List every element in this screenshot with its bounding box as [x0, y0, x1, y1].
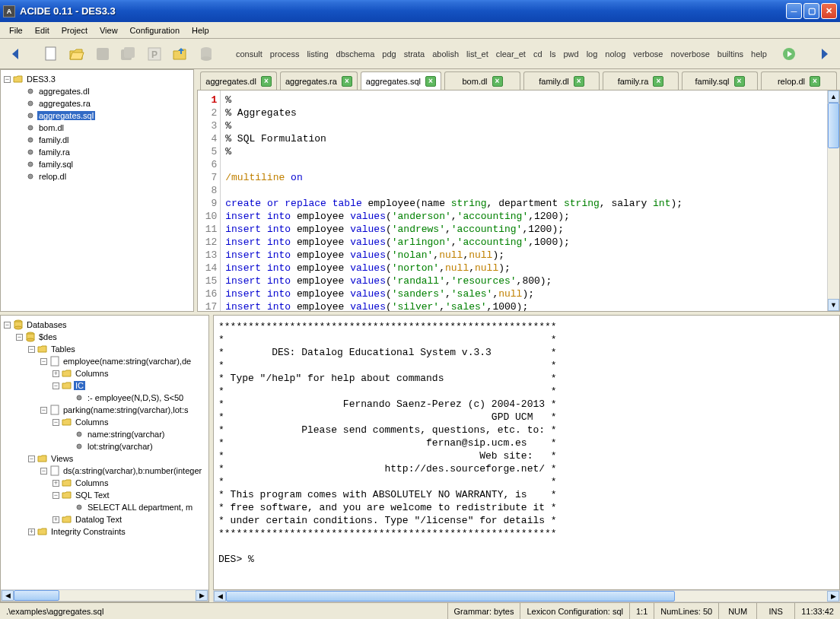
svg-rect-24 [51, 357, 59, 366]
project-button[interactable]: P [143, 43, 166, 65]
svg-point-27 [77, 432, 81, 436]
run-button[interactable] [778, 43, 800, 65]
menu-view[interactable]: View [94, 24, 124, 37]
cmd-pwd[interactable]: pwd [563, 49, 578, 59]
tab-label: aggregates.dl [205, 77, 256, 86]
svg-point-23 [27, 338, 34, 341]
tab-family-dl[interactable]: family.dl× [523, 71, 600, 90]
code-editor[interactable]: 1234567891011121314151617 %% Aggregates%… [197, 90, 840, 312]
tab-close-icon[interactable]: × [342, 76, 352, 87]
svg-rect-0 [46, 47, 56, 60]
svg-rect-26 [51, 405, 59, 414]
cmd-abolish[interactable]: abolish [432, 49, 459, 59]
menu-help[interactable]: Help [186, 24, 215, 37]
tab-label: family.ra [618, 77, 649, 86]
code-area[interactable]: %% Aggregates%% SQL Formulation% /multil… [221, 90, 839, 311]
svg-point-10 [28, 89, 33, 94]
status-time: 11:33:42 [794, 603, 840, 619]
new-file-button[interactable] [40, 43, 62, 65]
close-button[interactable]: ✕ [821, 3, 837, 19]
svg-rect-1 [97, 48, 109, 60]
cmd-dbschema[interactable]: dbschema [336, 49, 375, 59]
cmd-pdg[interactable]: pdg [382, 49, 396, 59]
tab-aggregates-ra[interactable]: aggregates.ra× [280, 71, 358, 90]
cmd-ls[interactable]: ls [550, 49, 556, 59]
cmd-builtins[interactable]: builtins [718, 49, 743, 59]
cmd-listing[interactable]: listing [307, 49, 328, 59]
cmd-noverbose[interactable]: noverbose [670, 49, 709, 59]
console-output[interactable]: ****************************************… [213, 315, 840, 590]
tab-label: aggregates.ra [285, 77, 337, 86]
svg-point-11 [28, 101, 33, 106]
save-button[interactable] [91, 43, 114, 65]
editor-tabs: aggregates.dl×aggregates.ra×aggregates.s… [197, 69, 840, 90]
status-lexicon: Lexicon Configuration: sql [520, 603, 629, 619]
console-hscroll[interactable]: ◀▶ [213, 590, 840, 602]
svg-point-20 [14, 326, 22, 329]
tab-aggregates-sql[interactable]: aggregates.sql× [361, 71, 441, 90]
tab-label: family.sql [695, 77, 729, 86]
tab-close-icon[interactable]: × [653, 76, 663, 87]
database-explorer[interactable]: −Databases−$des−Tables−employee(name:str… [0, 315, 209, 602]
svg-point-13 [28, 125, 33, 130]
menu-configuration[interactable]: Configuration [124, 24, 186, 37]
svg-point-8 [201, 56, 212, 61]
svg-point-30 [77, 505, 81, 509]
svg-point-14 [28, 138, 33, 142]
tab-label: family.dl [539, 77, 569, 86]
menubar: FileEditProjectViewConfigurationHelp [0, 22, 840, 39]
back-button[interactable] [5, 43, 27, 65]
export-button[interactable] [169, 43, 192, 65]
cmd-log[interactable]: log [587, 49, 598, 59]
minimize-button[interactable]: ─ [786, 3, 802, 19]
status-grammar: Grammar: bytes [447, 603, 520, 619]
open-file-button[interactable] [65, 43, 88, 65]
tab-label: relop.dl [778, 77, 805, 86]
tab-bom-dl[interactable]: bom.dl× [444, 71, 520, 90]
status-position: 1:1 [629, 603, 654, 619]
menu-project[interactable]: Project [56, 24, 94, 37]
cmd-help[interactable]: help [751, 49, 767, 59]
svg-point-25 [77, 395, 81, 400]
tab-family-sql[interactable]: family.sql× [682, 71, 758, 90]
project-explorer[interactable]: −DES3.3aggregates.dlaggregates.raaggrega… [0, 69, 194, 312]
status-path: .\examples\aggregates.sql [0, 607, 447, 616]
cmd-nolog[interactable]: nolog [605, 49, 625, 59]
tab-close-icon[interactable]: × [492, 76, 503, 87]
tab-label: aggregates.sql [366, 77, 421, 86]
status-ins: INS [756, 603, 794, 619]
tab-aggregates-dl[interactable]: aggregates.dl× [200, 71, 277, 90]
editor-vscroll[interactable]: ▲ ▼ [827, 90, 839, 311]
titlebar[interactable]: A ACIDE 0.11 - DES3.3 ─ ▢ ✕ [0, 0, 840, 22]
database-button[interactable] [195, 43, 218, 65]
statusbar: .\examples\aggregates.sql Grammar: bytes… [0, 602, 840, 619]
line-gutter: 1234567891011121314151617 [198, 90, 221, 311]
tab-close-icon[interactable]: × [734, 76, 745, 87]
cmd-cd[interactable]: cd [533, 49, 542, 59]
svg-rect-3 [124, 47, 135, 58]
svg-rect-29 [51, 466, 59, 475]
cmd-list_et[interactable]: list_et [466, 49, 488, 59]
svg-point-28 [77, 444, 81, 449]
menu-edit[interactable]: Edit [29, 24, 56, 37]
cmd-strata[interactable]: strata [404, 49, 425, 59]
tab-relop-dl[interactable]: relop.dl× [761, 71, 837, 90]
tab-family-ra[interactable]: family.ra× [603, 71, 679, 90]
tab-close-icon[interactable]: × [810, 76, 820, 87]
cmd-consult[interactable]: consult [236, 49, 262, 59]
db-hscroll[interactable]: ◀▶ [1, 589, 208, 602]
cmd-process[interactable]: process [270, 49, 300, 59]
tab-close-icon[interactable]: × [574, 76, 584, 87]
tab-close-icon[interactable]: × [261, 76, 272, 87]
forward-button[interactable] [813, 43, 835, 65]
menu-file[interactable]: File [3, 24, 29, 37]
svg-point-15 [28, 150, 33, 154]
svg-point-17 [28, 174, 33, 179]
tab-close-icon[interactable]: × [425, 76, 436, 87]
cmd-clear_et[interactable]: clear_et [496, 49, 526, 59]
maximize-button[interactable]: ▢ [803, 3, 819, 19]
save-all-button[interactable] [117, 43, 140, 65]
svg-point-12 [28, 113, 33, 118]
cmd-verbose[interactable]: verbose [633, 49, 663, 59]
tab-label: bom.dl [462, 77, 487, 86]
